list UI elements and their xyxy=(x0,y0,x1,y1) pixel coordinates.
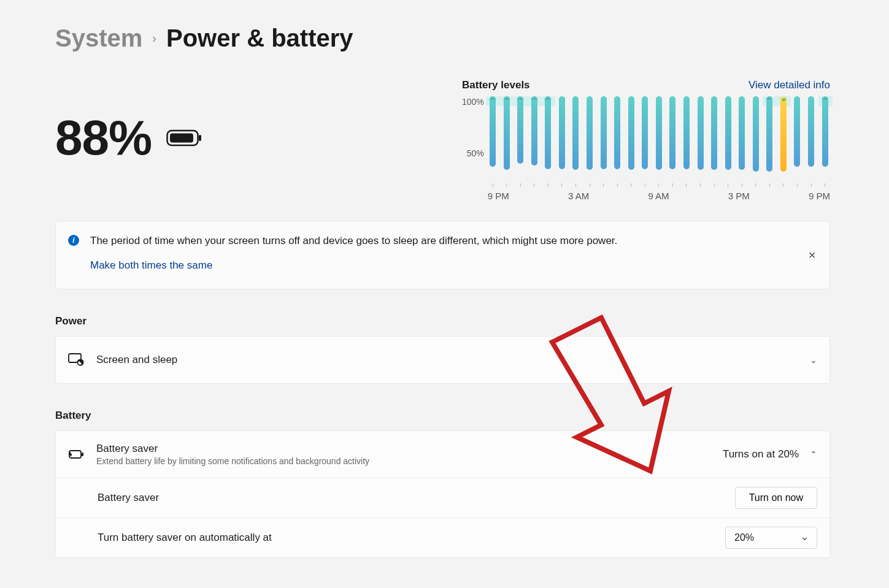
chart-bar xyxy=(723,96,733,182)
battery-saver-threshold-select[interactable]: 20% xyxy=(725,527,817,549)
chart-bar: 🍃 xyxy=(779,96,789,182)
info-icon: i xyxy=(68,235,79,246)
battery-saver-title: Battery saver xyxy=(96,443,710,455)
chart-bar: ᨏ xyxy=(515,96,526,182)
plug-icon: ᨏ xyxy=(489,95,496,102)
plug-icon: ᨏ xyxy=(531,95,538,102)
battery-icon xyxy=(166,129,203,147)
leaf-icon: 🍃 xyxy=(780,95,787,102)
chart-x-axis: 9 PM 3 AM 9 AM 3 PM 9 PM xyxy=(488,191,830,201)
svg-rect-6 xyxy=(82,452,83,456)
chart-bar xyxy=(612,96,623,182)
battery-saver-icon xyxy=(68,449,84,460)
battery-percent: 88% xyxy=(55,110,152,166)
breadcrumb-current: Power & battery xyxy=(166,25,353,52)
battery-saver-card: Battery saver Extend battery life by lim… xyxy=(55,430,830,558)
chart-bar: ᨏ xyxy=(820,96,830,182)
breadcrumb: System › Power & battery xyxy=(55,25,830,52)
screen-and-sleep-card[interactable]: Screen and sleep ⌄ xyxy=(55,336,830,384)
chart-bar xyxy=(654,96,664,182)
svg-rect-1 xyxy=(170,134,193,143)
chart-bar: ᨏ xyxy=(764,96,775,182)
chart-bar: ᨏ xyxy=(501,96,512,182)
battery-percent-block: 88% xyxy=(55,79,203,166)
close-icon[interactable]: ✕ xyxy=(804,245,820,264)
chart-bar xyxy=(695,96,706,182)
chart-bar xyxy=(737,96,747,182)
battery-saver-toggle-row: Battery saver Turn on now xyxy=(56,478,829,517)
section-battery-label: Battery xyxy=(55,410,830,422)
banner-message: The period of time when your screen turn… xyxy=(90,234,617,248)
chart-bars[interactable]: ᨏᨏᨏᨏᨏᨏ🍃ᨏ xyxy=(488,96,830,182)
battery-saver-header-row[interactable]: Battery saver Extend battery life by lim… xyxy=(56,431,829,478)
view-detailed-info-link[interactable]: View detailed info xyxy=(749,79,830,91)
chevron-up-icon: ⌃ xyxy=(810,449,817,459)
chart-bar xyxy=(640,96,650,182)
battery-saver-toggle-label: Battery saver xyxy=(98,492,159,504)
section-power-label: Power xyxy=(55,315,830,327)
chart-bar xyxy=(626,96,636,182)
battery-chart: Battery levels View detailed info 100% 5… xyxy=(462,79,830,201)
plug-icon: ᨏ xyxy=(517,95,524,102)
chart-title: Battery levels xyxy=(462,79,530,91)
chart-bar xyxy=(571,96,581,182)
battery-saver-auto-label: Turn battery saver on automatically at xyxy=(98,532,272,544)
chart-bar xyxy=(709,96,720,182)
chart-y-axis: 100% 50% xyxy=(462,96,484,182)
chart-bar xyxy=(668,96,678,182)
chart-bar: ᨏ xyxy=(529,96,540,182)
chart-bar xyxy=(557,96,568,182)
power-info-banner: i The period of time when your screen tu… xyxy=(55,221,830,289)
turn-on-now-button[interactable]: Turn on now xyxy=(735,487,817,509)
plug-icon: ᨏ xyxy=(822,95,829,102)
chevron-right-icon: › xyxy=(152,31,156,45)
chart-bar: ᨏ xyxy=(488,96,498,182)
plug-icon: ᨏ xyxy=(544,95,552,102)
breadcrumb-parent[interactable]: System xyxy=(55,25,142,52)
chevron-down-icon: ⌄ xyxy=(810,355,817,365)
banner-action-link[interactable]: Make both times the same xyxy=(90,259,212,272)
plug-icon: ᨏ xyxy=(503,95,510,102)
screen-sleep-icon xyxy=(68,353,84,367)
battery-saver-auto-row: Turn battery saver on automatically at 2… xyxy=(56,517,829,557)
chart-bar xyxy=(585,96,595,182)
svg-rect-2 xyxy=(199,135,201,141)
chart-bar xyxy=(598,96,609,182)
chart-bar xyxy=(806,96,817,182)
chart-bar xyxy=(751,96,761,182)
chart-bar xyxy=(682,96,692,182)
battery-saver-subtitle: Extend battery life by limiting some not… xyxy=(96,456,710,466)
chart-bar xyxy=(792,96,802,182)
screen-sleep-title: Screen and sleep xyxy=(96,354,798,366)
plug-icon: ᨏ xyxy=(766,95,773,102)
chart-bar: ᨏ xyxy=(543,96,553,182)
battery-saver-status: Turns on at 20% xyxy=(723,448,799,460)
